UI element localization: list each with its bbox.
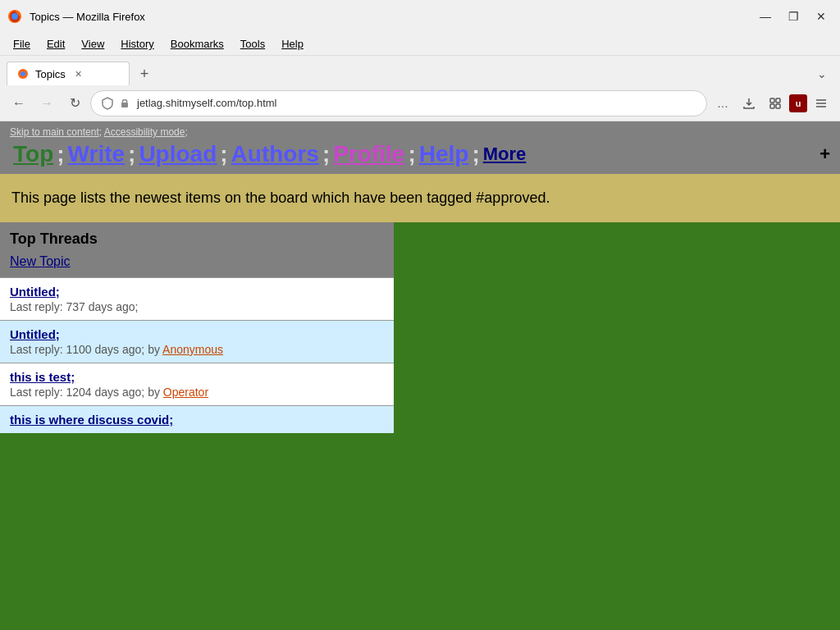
- reload-button[interactable]: ↻: [62, 91, 87, 116]
- hamburger-menu-button[interactable]: [809, 91, 833, 116]
- active-tab[interactable]: Topics ✕: [7, 62, 130, 85]
- minimize-button[interactable]: —: [753, 7, 778, 26]
- url-text: jetlag.shitmyself.com/top.html: [137, 97, 696, 109]
- thread-item: this is where discuss covid;: [0, 405, 394, 433]
- new-topic-link[interactable]: New Topic: [10, 254, 71, 268]
- lock-icon: [119, 98, 130, 109]
- thread-author-3[interactable]: Operator: [163, 386, 208, 399]
- nav-right-buttons: … u: [710, 91, 833, 116]
- menu-tools[interactable]: Tools: [234, 35, 272, 52]
- tab-bar: Topics ✕ + ⌄: [0, 56, 840, 85]
- ublock-icon[interactable]: u: [789, 94, 807, 112]
- menu-help[interactable]: Help: [275, 35, 310, 52]
- browser-title: Topics — Mozilla Firefox: [30, 11, 145, 23]
- thread-item: Untitled; Last reply: 1100 days ago; by …: [0, 320, 394, 363]
- svg-rect-7: [770, 104, 774, 108]
- accessibility-link[interactable]: Accessibility mode: [104, 126, 185, 138]
- new-tab-button[interactable]: +: [133, 62, 156, 85]
- new-topic-row: New Topic: [0, 251, 394, 277]
- thread-meta-3: Last reply: 1204 days ago; by Operator: [10, 386, 384, 399]
- svg-point-3: [21, 71, 25, 76]
- nav-upload-link[interactable]: Upload: [139, 141, 217, 167]
- thread-title-4[interactable]: this is where discuss covid;: [10, 413, 384, 427]
- nav-profile-link[interactable]: Profile: [333, 141, 404, 167]
- thread-title-2[interactable]: Untitled;: [10, 327, 384, 341]
- extensions-button[interactable]: [763, 91, 788, 116]
- menu-history[interactable]: History: [114, 35, 160, 52]
- title-bar: Topics — Mozilla Firefox — ❐ ✕: [0, 0, 840, 33]
- skip-links: Skip to main content; Accessibility mode…: [10, 126, 830, 138]
- menu-bookmarks[interactable]: Bookmarks: [164, 35, 231, 52]
- close-button[interactable]: ✕: [809, 7, 833, 26]
- nav-write-link[interactable]: Write: [68, 141, 126, 167]
- description-text: This page lists the newest items on the …: [11, 189, 550, 206]
- svg-rect-6: [776, 98, 780, 103]
- page-navigation: Skip to main content; Accessibility mode…: [0, 121, 840, 174]
- menu-view[interactable]: View: [75, 35, 111, 52]
- tab-close-button[interactable]: ✕: [72, 67, 85, 80]
- thread-item: this is test; Last reply: 1204 days ago;…: [0, 363, 394, 405]
- thread-title-3[interactable]: this is test;: [10, 370, 384, 384]
- download-icon: [742, 97, 756, 110]
- threads-header: Top Threads: [0, 222, 394, 251]
- hamburger-icon: [815, 97, 828, 110]
- window-controls: — ❐ ✕: [753, 7, 833, 26]
- page-content: Skip to main content; Accessibility mode…: [0, 121, 840, 630]
- threads-section: Top Threads New Topic Untitled; Last rep…: [0, 222, 394, 433]
- skip-main-link[interactable]: Skip to main content: [10, 126, 99, 138]
- browser-window: Topics — Mozilla Firefox — ❐ ✕ File Edit…: [0, 0, 840, 630]
- extension-icon: [769, 97, 782, 110]
- tab-favicon: [17, 68, 29, 80]
- thread-item: Untitled; Last reply: 737 days ago;: [0, 277, 394, 320]
- nav-bar: ← → ↻ jetlag.shitmyself.com/top.html …: [0, 85, 840, 121]
- main-nav: Top ; Write ; Upload ; Authors ; Profile…: [10, 141, 830, 167]
- description-box: This page lists the newest items on the …: [0, 174, 840, 222]
- svg-rect-8: [776, 104, 780, 108]
- svg-rect-5: [770, 98, 774, 103]
- nav-more-link[interactable]: More: [483, 144, 527, 165]
- menu-file[interactable]: File: [7, 35, 37, 52]
- thread-meta-1: Last reply: 737 days ago;: [10, 300, 384, 313]
- nav-top-link[interactable]: Top: [13, 141, 53, 167]
- thread-meta-2: Last reply: 1100 days ago; by Anonymous: [10, 343, 384, 356]
- address-bar[interactable]: jetlag.shitmyself.com/top.html: [90, 90, 707, 116]
- tab-label: Topics: [35, 68, 66, 80]
- svg-point-1: [11, 13, 18, 20]
- svg-rect-4: [121, 103, 128, 107]
- maximize-button[interactable]: ❐: [781, 7, 806, 26]
- tab-overflow-button[interactable]: ⌄: [810, 62, 833, 85]
- nav-plus-button[interactable]: +: [819, 144, 830, 165]
- nav-help-link[interactable]: Help: [419, 141, 469, 167]
- more-tools-button[interactable]: …: [710, 91, 735, 116]
- menu-bar: File Edit View History Bookmarks Tools H…: [0, 33, 840, 56]
- thread-title-1[interactable]: Untitled;: [10, 285, 384, 299]
- download-button[interactable]: [737, 91, 761, 116]
- menu-edit[interactable]: Edit: [40, 35, 71, 52]
- back-button[interactable]: ←: [7, 91, 31, 116]
- firefox-icon: [7, 8, 23, 25]
- address-bar-icons: [101, 97, 130, 110]
- thread-author-2[interactable]: Anonymous: [162, 343, 223, 356]
- security-icon: [101, 97, 114, 110]
- nav-authors-link[interactable]: Authors: [231, 141, 319, 167]
- forward-button[interactable]: →: [34, 91, 59, 116]
